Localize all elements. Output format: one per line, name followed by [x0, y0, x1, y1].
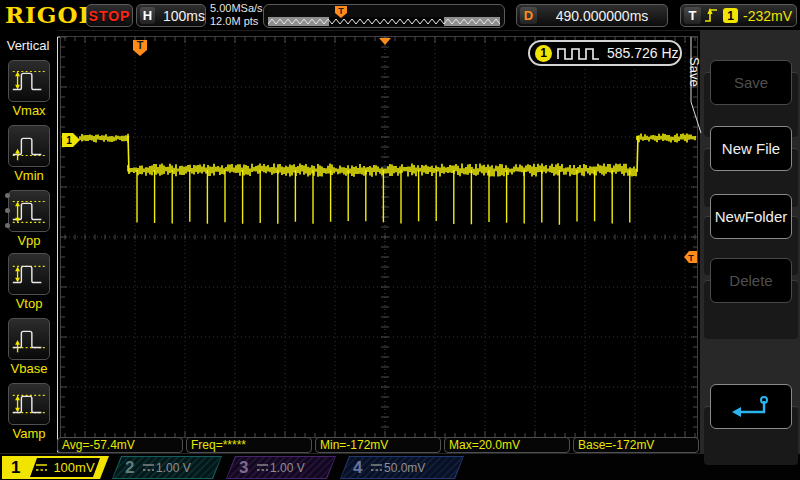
graticule: T1T — [60, 36, 698, 438]
page-dot — [5, 193, 10, 198]
menu-button-vamp[interactable] — [8, 383, 50, 425]
channel-status-bar: 1 100mV 2 1.00 V 3 — [0, 453, 800, 480]
channel-3-tab[interactable]: 3 1.00 V — [226, 456, 336, 479]
right-menu-tab: Save — [688, 42, 702, 102]
svg-text:1: 1 — [66, 135, 72, 146]
freq-value: 585.726 Hz — [607, 45, 679, 61]
page-dot — [5, 223, 10, 228]
svg-text:T: T — [338, 6, 344, 16]
delay-widget[interactable]: D 490.000000ms — [516, 4, 668, 27]
svg-text:T: T — [137, 39, 144, 51]
delete-button[interactable]: Delete — [710, 258, 792, 303]
trigger-source-badge: 1 — [723, 8, 738, 23]
preview-record-strip — [268, 17, 500, 26]
dc-coupling-icon — [35, 462, 48, 473]
measurement-max: Max=20.0mV — [444, 437, 570, 453]
vamp-icon — [9, 384, 49, 424]
freq-channel-badge: 1 — [535, 45, 552, 62]
sample-rate: 5.00MSa/s — [210, 2, 263, 15]
top-status-bar: RIGOL STOP H 100ms 5.00MSa/s 12.0M pts T… — [0, 0, 800, 31]
menu-button-vpp[interactable] — [8, 190, 50, 232]
channel-4-scale: 50.0mV — [384, 461, 425, 475]
channel-3-scale: 1.00 V — [270, 461, 305, 475]
run-state-label: STOP — [89, 8, 131, 24]
acquisition-info: 5.00MSa/s 12.0M pts — [210, 2, 263, 28]
vmax-icon — [9, 61, 49, 101]
svg-text:T: T — [688, 253, 694, 263]
new-folder-button[interactable]: NewFolder — [710, 194, 792, 239]
vamp-label: Vamp — [0, 426, 58, 441]
save-button[interactable]: Save — [710, 60, 792, 105]
dc-coupling-icon — [256, 463, 269, 474]
vpp-label: Vpp — [0, 233, 58, 248]
oscilloscope-screen: RIGOL STOP H 100ms 5.00MSa/s 12.0M pts T… — [0, 0, 800, 480]
preview-wave-icon — [268, 17, 500, 26]
channel-1-tab[interactable]: 1 100mV — [2, 456, 109, 479]
menu-button-vmax[interactable] — [8, 60, 50, 102]
measurement-readout-bar: Avg=-57.4mV Freq=***** Min=-172mV Max=20… — [57, 437, 699, 453]
delay-label: D — [520, 7, 537, 24]
dc-coupling-icon — [370, 463, 383, 474]
return-arrow-icon — [729, 393, 773, 421]
vtop-label: Vtop — [0, 296, 58, 311]
vpp-icon — [9, 191, 49, 231]
run-stop-indicator[interactable]: STOP — [86, 4, 133, 27]
vbase-icon — [9, 319, 49, 359]
frequency-counter-badge: 1 585.726 Hz — [528, 40, 682, 66]
channel-2-tab[interactable]: 2 1.00 V — [112, 456, 222, 479]
horizontal-label: H — [140, 7, 155, 24]
horizontal-timebase-widget[interactable]: H 100ms — [136, 4, 206, 27]
trigger-widget[interactable]: T 1 -232mV — [680, 4, 797, 27]
square-wave-icon — [557, 46, 601, 61]
channel-1-number: 1 — [11, 458, 20, 478]
new-file-button[interactable]: New File — [710, 126, 792, 171]
channel-2-number: 2 — [125, 458, 134, 478]
vmin-label: Vmin — [0, 168, 58, 183]
trigger-level-value: -232mV — [743, 8, 792, 24]
vmin-icon — [9, 126, 49, 166]
left-measure-sidebar: Vertical Vmax Vmin Vpp Vtop Vbase Vamp — [0, 30, 58, 453]
channel-2-scale: 1.00 V — [156, 461, 191, 475]
vmax-label: Vmax — [0, 103, 58, 118]
timebase-value: 100ms — [163, 8, 205, 24]
dc-coupling-icon — [142, 463, 155, 474]
menu-button-vtop[interactable] — [8, 253, 50, 295]
left-menu-title: Vertical — [0, 38, 56, 53]
measurement-base: Base=-172mV — [573, 437, 699, 453]
measurement-avg: Avg=-57.4mV — [57, 437, 183, 453]
waveform-preview-bar: T — [263, 4, 505, 28]
vbase-label: Vbase — [0, 361, 58, 376]
page-dot — [5, 208, 10, 213]
channel-4-number: 4 — [353, 458, 362, 478]
rigol-logo: RIGOL — [5, 1, 96, 28]
channel-3-number: 3 — [239, 458, 248, 478]
channel-1-inner: 100mV — [30, 458, 100, 477]
return-button[interactable] — [710, 384, 792, 429]
menu-button-vbase[interactable] — [8, 318, 50, 360]
menu-button-vmin[interactable] — [8, 125, 50, 167]
measurement-min: Min=-172mV — [315, 437, 441, 453]
vtop-icon — [9, 254, 49, 294]
delay-value: 490.000000ms — [556, 8, 649, 24]
rising-edge-icon — [704, 7, 719, 24]
channel-4-tab[interactable]: 4 50.0mV — [340, 456, 464, 479]
measurement-freq: Freq=***** — [186, 437, 312, 453]
memory-depth: 12.0M pts — [210, 15, 263, 28]
preview-trigger-marker-icon: T — [334, 5, 348, 19]
channel-1-scale: 100mV — [53, 460, 94, 475]
trigger-label: T — [684, 7, 701, 24]
